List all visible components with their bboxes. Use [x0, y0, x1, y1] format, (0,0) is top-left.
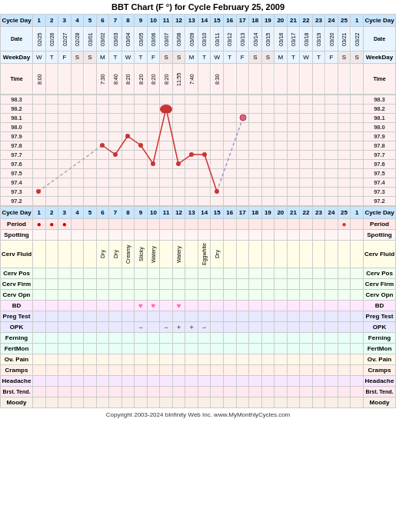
bd-label-r: BD [364, 301, 396, 311]
opk-symbol-9: − [138, 324, 142, 331]
dot-977-7 [109, 151, 122, 160]
time-23 [312, 64, 325, 95]
temp-label-981-r: 98.1 [364, 114, 396, 123]
opk-label: OPK [1, 322, 33, 333]
opk-13: + [185, 322, 198, 333]
spotting-label: Spotting [1, 230, 33, 241]
period-label-r: Period [364, 219, 396, 230]
time-4 [71, 64, 84, 95]
bbt-row-980: 98.0 98.0 [1, 123, 396, 132]
weekday-label: WeekDay [1, 52, 33, 64]
temp-label-982-r: 98.2 [364, 105, 396, 114]
cerv-pos-label: Cerv Pos [1, 268, 33, 279]
temp-label-975: 97.5 [1, 169, 33, 178]
date-3: 02/27 [58, 27, 72, 52]
wd-15: W [211, 52, 224, 64]
fertmon-label-r: FertMon [364, 344, 396, 354]
temp-label-974-r: 97.4 [364, 178, 396, 188]
opk-9: − [135, 322, 148, 333]
time-15: 8:30 [211, 64, 224, 95]
cycle-day-1: 1 [33, 15, 46, 27]
cycle-day-label-right: Cycle Day [364, 15, 396, 27]
time-22 [300, 64, 313, 95]
time-11: 8:20 [160, 64, 173, 95]
bbt-row-982: 98.2 98.2 [1, 105, 396, 114]
period-dot-25: ● [341, 220, 346, 228]
date-25: 03/21 [338, 27, 351, 52]
time-24 [325, 64, 338, 95]
bbt-row-973: 97.3 97.3 [1, 188, 396, 197]
date-16: 03/12 [223, 27, 236, 52]
opk-12: + [172, 322, 185, 333]
cramps-label: Cramps [1, 365, 33, 376]
date-6: 03/02 [96, 27, 109, 52]
moody-label-r: Moody [364, 397, 396, 408]
cerv-opn-row: Cerv Opn Cerv Opn [1, 290, 396, 301]
bbt-row-974: 97.4 97.4 [1, 178, 396, 188]
cycle-day-25: 25 [338, 15, 351, 27]
wd-6: M [96, 52, 109, 64]
temp-label-983: 98.3 [1, 95, 33, 105]
temp-label-979: 97.9 [1, 132, 33, 141]
cycle-day-20: 20 [275, 15, 288, 27]
wd-5: S [84, 52, 97, 64]
temp-label-978: 97.8 [1, 141, 33, 151]
time-3 [58, 64, 72, 95]
cf-12: Watery [172, 241, 185, 268]
date-19: 03/15 [261, 27, 275, 52]
date-11: 03/07 [160, 27, 173, 52]
cycle-day-10: 10 [147, 15, 160, 27]
dot-978-6 [96, 141, 109, 151]
headache-label-r: Headache [364, 376, 396, 387]
wd-20: M [275, 52, 288, 64]
wd-11: S [160, 52, 173, 64]
time-7: 8:40 [109, 64, 122, 95]
cycle-day-label-2-r: Cycle Day [364, 207, 396, 219]
date-label-right: Date [364, 27, 396, 52]
ov-pain-label-r: Ov. Pain [364, 354, 396, 365]
time-13: 7:40 [185, 64, 198, 95]
cycle-day-3: 3 [58, 15, 72, 27]
cramps-row: Cramps Cramps [1, 365, 396, 376]
temp-label-972-r: 97.2 [364, 197, 396, 206]
time-9: 8:20 [135, 64, 148, 95]
opk-11: − [160, 322, 173, 333]
time-26 [351, 64, 364, 95]
bd-10: ♥ [147, 301, 160, 311]
cycle-day-14: 14 [198, 15, 211, 27]
cerv-fluid-label: Cerv Fluid [1, 241, 33, 268]
cycle-day-label-2: Cycle Day [1, 207, 33, 219]
wd-23: T [312, 52, 325, 64]
time-10: 8:20 [147, 64, 160, 95]
wd-2: T [45, 52, 58, 64]
time-label-right: Time [364, 64, 396, 95]
brst-tend-row: Brst. Tend. Brst. Tend. [1, 387, 396, 397]
date-10: 03/06 [147, 27, 160, 52]
wd-18: S [249, 52, 262, 64]
cycle-day-19: 19 [261, 15, 275, 27]
temp-label-981: 98.1 [1, 114, 33, 123]
cycle-day-22: 22 [300, 15, 313, 27]
cf-6: Dry [96, 241, 109, 268]
brst-tend-label-r: Brst. Tend. [364, 387, 396, 397]
date-2: 02/26 [45, 27, 58, 52]
temp-label-976-r: 97.6 [364, 160, 396, 169]
period-dot-3: ● [62, 220, 67, 228]
cf-10: Watery [147, 241, 160, 268]
time-14 [198, 64, 211, 95]
wd-17: F [236, 52, 249, 64]
chart-title: BBT Chart (F °) for Cycle February 25, 2… [0, 0, 396, 14]
wd-19: S [261, 52, 275, 64]
date-17: 03/13 [236, 27, 249, 52]
cerv-firm-label-r: Cerv Firm [364, 279, 396, 290]
bbt-table: Cycle Day 1 2 3 4 5 6 7 8 9 10 11 12 13 … [0, 14, 396, 95]
opk-14: − [198, 322, 211, 333]
wd-25: S [338, 52, 351, 64]
cycle-day-8: 8 [121, 15, 135, 27]
cycle-day-row-2: Cycle Day 123456789101112131415161718192… [1, 207, 396, 219]
bd-12: ♥ [172, 301, 185, 311]
date-24: 03/20 [325, 27, 338, 52]
time-25 [338, 64, 351, 95]
time-row: Time 8:00 7:30 8:40 8:20 8:20 8:20 8:20 … [1, 64, 396, 95]
bd-heart-9: ♥ [138, 301, 143, 310]
